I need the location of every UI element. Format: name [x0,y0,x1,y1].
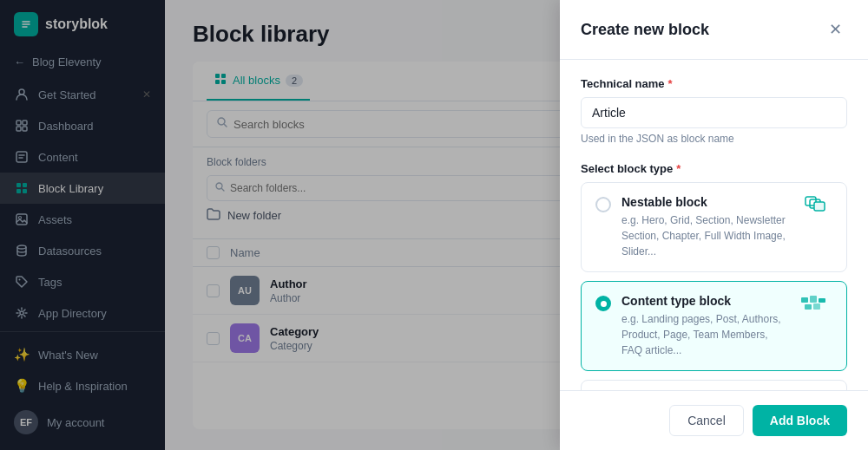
universal-block-option[interactable]: Universal block Block that can be used a… [581,380,847,390]
content-type-option-title: Content type block [621,294,791,308]
modal-close-button[interactable]: ✕ [823,17,847,42]
svg-rect-30 [813,303,820,310]
nestable-option-desc: e.g. Hero, Grid, Section, Newsletter Sec… [621,212,794,259]
modal-footer: Cancel Add Block [560,390,868,450]
svg-rect-25 [814,202,825,211]
nestable-radio[interactable] [595,197,611,212]
radio-inner-dot [601,301,607,307]
nestable-option-content: Nestable block e.g. Hero, Grid, Section,… [621,195,794,259]
modal-title: Create new block [581,21,709,39]
technical-name-field: Technical name * Used in the JSON as blo… [581,77,847,145]
required-indicator-2: * [676,162,681,175]
cancel-button[interactable]: Cancel [669,405,744,436]
technical-name-input[interactable] [581,97,847,128]
svg-rect-28 [819,298,825,303]
technical-name-label: Technical name * [581,77,847,90]
content-type-option-content: Content type block e.g. Landing pages, P… [621,294,791,358]
content-type-option-icon [801,294,832,315]
nestable-option-title: Nestable block [621,195,794,209]
required-indicator: * [668,77,673,90]
add-block-button[interactable]: Add Block [753,405,847,436]
content-type-option-desc: e.g. Landing pages, Post, Authors, Produ… [621,311,791,358]
svg-rect-26 [801,297,808,303]
content-type-block-option[interactable]: Content type block e.g. Landing pages, P… [581,281,847,371]
svg-rect-27 [810,296,817,303]
block-type-label: Select block type * [581,162,847,175]
nestable-option-icon [805,195,832,216]
create-block-modal: Create new block ✕ Technical name * Used… [560,0,868,450]
technical-name-hint: Used in the JSON as block name [581,133,847,145]
nestable-block-option[interactable]: Nestable block e.g. Hero, Grid, Section,… [581,182,847,272]
modal-header: Create new block ✕ [560,0,868,60]
svg-rect-29 [805,304,812,310]
content-type-radio[interactable] [595,296,611,311]
modal-body: Technical name * Used in the JSON as blo… [560,60,868,390]
block-type-section: Select block type * Nestable block e.g. … [581,162,847,390]
